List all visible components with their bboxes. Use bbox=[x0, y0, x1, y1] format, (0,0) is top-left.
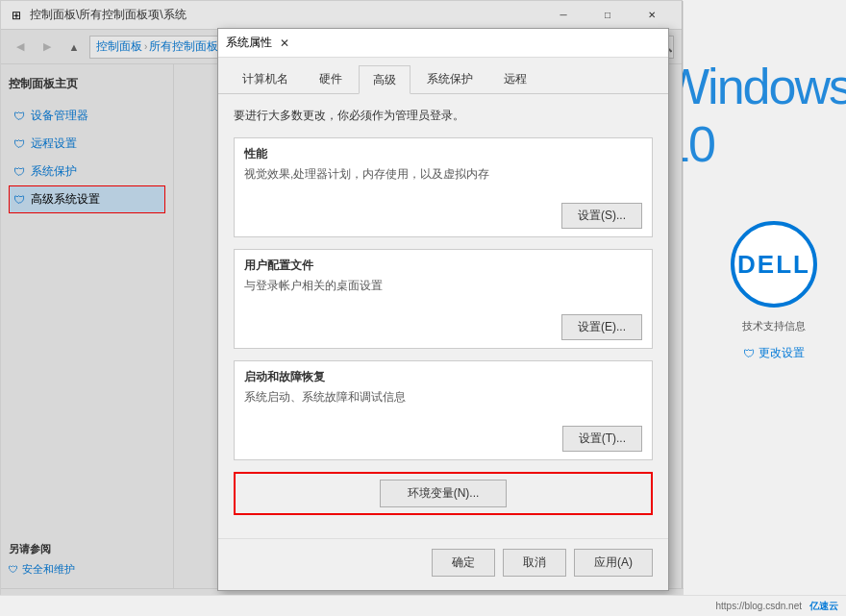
user-profiles-settings-button[interactable]: 设置(E)... bbox=[561, 314, 642, 340]
user-profiles-title: 用户配置文件 bbox=[244, 258, 642, 274]
startup-recovery-settings-button[interactable]: 设置(T)... bbox=[562, 426, 642, 452]
shield-icon: 🛡 bbox=[743, 347, 755, 360]
dialog-footer: 确定 取消 应用(A) bbox=[218, 538, 668, 590]
win10-text: Windows 10 bbox=[662, 58, 846, 173]
startup-recovery-desc: 系统启动、系统故障和调试信息 bbox=[244, 389, 642, 418]
desktop-background: Windows 10 DELL 技术支持信息 🛡 更改设置 ⊞ 控制面板\所有控… bbox=[0, 0, 846, 616]
dialog-titlebar: 系统属性 ✕ bbox=[218, 29, 668, 58]
win10-watermark: Windows 10 bbox=[673, 19, 841, 211]
ok-button[interactable]: 确定 bbox=[432, 549, 495, 577]
dialog-close-button[interactable]: ✕ bbox=[272, 31, 297, 56]
performance-btn-row: 设置(S)... bbox=[244, 203, 642, 229]
startup-recovery-section: 启动和故障恢复 系统启动、系统故障和调试信息 设置(T)... bbox=[234, 360, 653, 460]
performance-desc: 视觉效果,处理器计划，内存使用，以及虚拟内存 bbox=[244, 166, 642, 195]
user-profiles-desc: 与登录帐户相关的桌面设置 bbox=[244, 278, 642, 307]
startup-recovery-btn-row: 设置(T)... bbox=[244, 426, 642, 452]
bottom-bar: https://blog.csdn.net 亿速云 bbox=[0, 595, 846, 616]
dell-logo-text: DELL bbox=[737, 250, 810, 280]
tab-computer-name[interactable]: 计算机名 bbox=[228, 65, 303, 93]
system-properties-dialog: 系统属性 ✕ 计算机名 硬件 高级 系统保护 远程 要进行大多数更改，你必须作为… bbox=[217, 28, 669, 591]
url-text: https://blog.csdn.net bbox=[715, 601, 802, 611]
control-panel-window: ⊞ 控制面板\所有控制面板项\系统 ─ □ ✕ ◀ ▶ ▲ 控制面板 › 所有控… bbox=[0, 0, 683, 616]
dell-section: DELL 技术支持信息 🛡 更改设置 bbox=[731, 221, 817, 361]
cancel-button[interactable]: 取消 bbox=[503, 549, 566, 577]
dialog-overlay: 系统属性 ✕ 计算机名 硬件 高级 系统保护 远程 要进行大多数更改，你必须作为… bbox=[1, 1, 684, 616]
user-profiles-section: 用户配置文件 与登录帐户相关的桌面设置 设置(E)... bbox=[234, 249, 653, 349]
tab-remote[interactable]: 远程 bbox=[489, 65, 541, 93]
startup-recovery-title: 启动和故障恢复 bbox=[244, 369, 642, 385]
dell-logo: DELL bbox=[731, 221, 817, 308]
user-profiles-btn-row: 设置(E)... bbox=[244, 314, 642, 340]
dell-change-settings[interactable]: 🛡 更改设置 bbox=[743, 345, 805, 361]
env-variables-row: 环境变量(N)... bbox=[234, 472, 653, 515]
environment-variables-button[interactable]: 环境变量(N)... bbox=[380, 480, 508, 507]
dialog-content: 要进行大多数更改，你必须作为管理员登录。 性能 视觉效果,处理器计划，内存使用，… bbox=[218, 94, 668, 538]
dialog-notice: 要进行大多数更改，你必须作为管理员登录。 bbox=[234, 108, 653, 124]
performance-section: 性能 视觉效果,处理器计划，内存使用，以及虚拟内存 设置(S)... bbox=[234, 137, 653, 237]
dialog-title-text: 系统属性 bbox=[226, 35, 272, 51]
logo-text: 亿速云 bbox=[809, 600, 838, 613]
dell-change-settings-label: 更改设置 bbox=[759, 345, 805, 361]
tab-hardware[interactable]: 硬件 bbox=[305, 65, 357, 93]
tab-system-protection[interactable]: 系统保护 bbox=[412, 65, 487, 93]
apply-button[interactable]: 应用(A) bbox=[574, 549, 653, 577]
tab-advanced[interactable]: 高级 bbox=[359, 65, 411, 94]
dialog-tab-bar: 计算机名 硬件 高级 系统保护 远程 bbox=[218, 58, 668, 94]
performance-settings-button[interactable]: 设置(S)... bbox=[561, 203, 642, 229]
performance-title: 性能 bbox=[244, 146, 642, 162]
dell-support-text: 技术支持信息 bbox=[742, 319, 806, 333]
